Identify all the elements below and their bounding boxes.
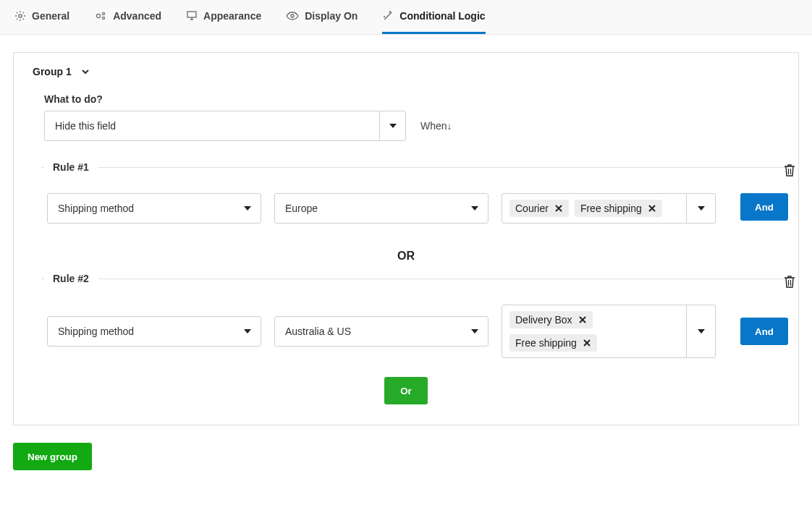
delete-rule-button[interactable] xyxy=(782,274,797,292)
or-separator: OR xyxy=(33,224,779,273)
tab-label: Appearance xyxy=(203,10,261,22)
svg-point-3 xyxy=(103,17,105,19)
remove-tag-icon[interactable] xyxy=(578,315,587,324)
when-label: When↓ xyxy=(420,120,452,132)
tab-label: General xyxy=(32,10,69,22)
chevron-down-icon[interactable] xyxy=(80,67,90,77)
caret-down-icon xyxy=(686,305,715,357)
subject-select[interactable]: Shipping method xyxy=(47,316,261,347)
region-select[interactable]: Australia & US xyxy=(274,316,489,347)
values-multiselect[interactable]: Courier Free shipping xyxy=(502,193,716,224)
subject-value: Shipping method xyxy=(48,326,234,337)
tag-label: Courier xyxy=(515,203,549,214)
action-select[interactable]: Hide this field xyxy=(44,111,406,141)
group-header[interactable]: Group 1 xyxy=(33,66,779,77)
group-title: Group 1 xyxy=(33,66,72,77)
delete-rule-button[interactable] xyxy=(782,163,797,181)
tab-advanced[interactable]: Advanced xyxy=(94,0,161,34)
gears-icon xyxy=(94,10,107,22)
svg-point-5 xyxy=(291,14,294,17)
caret-down-icon xyxy=(379,111,405,140)
tag-label: Free shipping xyxy=(580,203,642,214)
remove-tag-icon[interactable] xyxy=(554,204,563,213)
eye-icon xyxy=(286,10,299,22)
values-multiselect[interactable]: Delivery Box Free shipping xyxy=(502,305,716,358)
gear-icon xyxy=(14,10,26,22)
action-value: Hide this field xyxy=(45,120,379,132)
value-tag: Free shipping xyxy=(575,200,662,217)
caret-down-icon xyxy=(234,194,261,223)
caret-down-icon xyxy=(462,317,488,346)
conditional-panel: Group 1 What to do? Hide this field When… xyxy=(13,52,799,425)
rule-legend: Rule #2 xyxy=(44,273,98,284)
rule-1: Rule #1 Shipping method Europe Courier xyxy=(41,161,788,224)
or-button[interactable]: Or xyxy=(384,377,428,404)
rule-legend: Rule #1 xyxy=(44,161,98,173)
svg-point-0 xyxy=(19,14,22,17)
value-tag: Delivery Box xyxy=(509,311,593,328)
subject-select[interactable]: Shipping method xyxy=(47,193,261,224)
tag-label: Delivery Box xyxy=(515,314,572,326)
new-group-button[interactable]: New group xyxy=(13,443,92,470)
value-tag: Free shipping xyxy=(509,334,597,352)
subject-value: Shipping method xyxy=(48,203,234,214)
tab-label: Display On xyxy=(305,10,358,22)
wand-icon xyxy=(382,10,394,22)
caret-down-icon xyxy=(462,194,488,223)
remove-tag-icon[interactable] xyxy=(648,204,656,213)
svg-point-1 xyxy=(97,14,101,17)
tab-label: Advanced xyxy=(113,10,161,22)
region-value: Australia & US xyxy=(275,326,462,337)
and-button[interactable]: And xyxy=(740,318,788,345)
value-tag: Courier xyxy=(509,200,569,217)
tab-general[interactable]: General xyxy=(14,0,69,34)
tab-conditional-logic[interactable]: Conditional Logic xyxy=(382,0,485,34)
caret-down-icon xyxy=(234,317,261,346)
remove-tag-icon[interactable] xyxy=(583,339,591,347)
region-value: Europe xyxy=(275,203,462,214)
tab-bar: General Advanced Appearance Display On C… xyxy=(0,0,812,35)
tag-label: Free shipping xyxy=(515,337,577,349)
monitor-icon xyxy=(186,10,198,22)
svg-point-2 xyxy=(103,12,105,14)
tab-display-on[interactable]: Display On xyxy=(286,0,358,34)
and-button[interactable]: And xyxy=(740,193,788,221)
region-select[interactable]: Europe xyxy=(274,193,489,224)
caret-down-icon xyxy=(686,194,715,223)
tab-label: Conditional Logic xyxy=(399,10,485,22)
rule-2: Rule #2 Shipping method Australia & US D… xyxy=(41,273,788,358)
tab-appearance[interactable]: Appearance xyxy=(186,0,261,34)
what-to-do-label: What to do? xyxy=(44,93,779,105)
svg-rect-4 xyxy=(187,12,196,17)
